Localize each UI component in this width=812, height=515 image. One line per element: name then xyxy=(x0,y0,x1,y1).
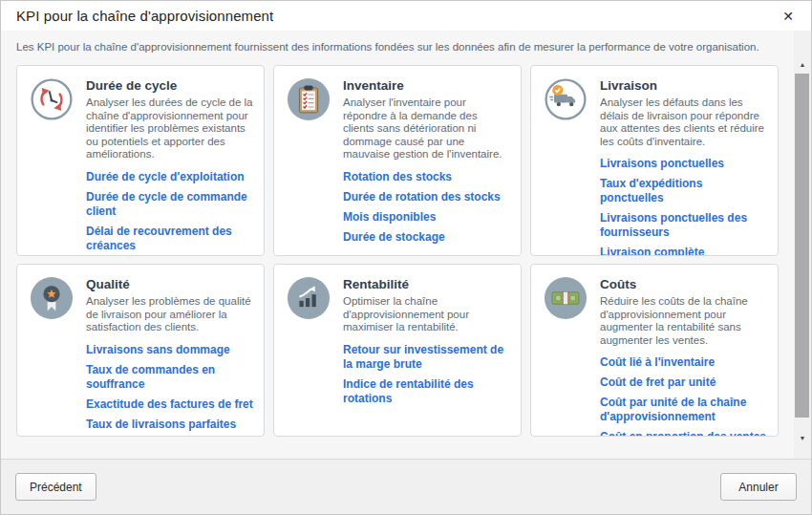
kpi-link[interactable]: Coût de fret par unité xyxy=(600,376,768,390)
cancel-button[interactable]: Annuler xyxy=(720,473,797,501)
card-description: Réduire les coûts de la chaîne d'approvi… xyxy=(600,295,768,347)
content-inner: Les KPI pour la chaîne d'approvisionneme… xyxy=(1,31,794,459)
kpi-card-quality: Qualité Analyser les problèmes de qualit… xyxy=(16,264,265,437)
card-description: Analyser les durées de cycle de la chaîn… xyxy=(86,97,254,161)
kpi-link[interactable]: Délai de recouvrement des créances xyxy=(86,225,254,253)
kpi-card-cycle-time: Durée de cycle Analyser les durées de cy… xyxy=(16,65,265,256)
close-icon[interactable]: ✕ xyxy=(777,8,800,25)
card-title: Livraison xyxy=(600,78,768,93)
card-title: Qualité xyxy=(86,277,254,291)
kpi-link[interactable]: Livraisons sans dommage xyxy=(86,343,254,357)
kpi-card-costs: Coûts Réduire les coûts de la chaîne d'a… xyxy=(530,264,779,437)
card-title: Rentabilité xyxy=(343,277,511,291)
vertical-scrollbar[interactable]: ▲ ▼ xyxy=(794,31,811,459)
card-description: Analyser les problèmes de qualité de liv… xyxy=(86,295,254,334)
kpi-dialog: KPI pour la chaîne d'approvisionnement ✕… xyxy=(0,0,812,515)
card-links: Coût lié à l'inventaire Coût de fret par… xyxy=(600,355,768,437)
quality-icon xyxy=(30,276,74,320)
kpi-card-inventory: Inventaire Analyser l'inventaire pour ré… xyxy=(273,65,522,256)
kpi-link[interactable]: Durée de rotation des stocks xyxy=(343,190,511,204)
costs-icon xyxy=(544,276,588,320)
kpi-link[interactable]: Durée de cycle d'exploitation xyxy=(86,170,254,184)
kpi-link[interactable]: Taux d'expéditions ponctuelles xyxy=(600,177,768,205)
card-links: Rotation des stocks Durée de rotation de… xyxy=(343,170,511,245)
card-title: Coûts xyxy=(600,277,768,291)
dialog-title: KPI pour la chaîne d'approvisionnement xyxy=(16,8,273,24)
scroll-down-icon[interactable]: ▼ xyxy=(794,430,811,446)
cycle-time-icon xyxy=(30,77,74,121)
dialog-content: Les KPI pour la chaîne d'approvisionneme… xyxy=(1,31,811,459)
card-description: Analyser l'inventaire pour répondre à la… xyxy=(343,97,511,161)
kpi-link[interactable]: Taux de livraisons parfaites xyxy=(86,418,254,432)
card-body: Coûts Réduire les coûts de la chaîne d'a… xyxy=(600,276,768,428)
kpi-link[interactable]: Coût en proportion des ventes xyxy=(600,430,768,437)
card-links: Durée de cycle d'exploitation Durée de c… xyxy=(86,170,254,256)
card-description: Analyser les défauts dans les délais de … xyxy=(600,97,768,148)
dialog-header: KPI pour la chaîne d'approvisionnement ✕ xyxy=(1,1,811,31)
kpi-link[interactable]: Coût lié à l'inventaire xyxy=(600,355,768,370)
scroll-up-icon[interactable]: ▲ xyxy=(794,56,811,73)
dialog-subtitle: Les KPI pour la chaîne d'approvisionneme… xyxy=(16,41,779,53)
kpi-link[interactable]: Exactitude des factures de fret xyxy=(86,397,254,412)
kpi-link[interactable]: Retour sur investissement de la marge br… xyxy=(343,343,511,372)
card-title: Durée de cycle xyxy=(86,78,254,93)
kpi-link[interactable]: Indice de rentabilité des rotations xyxy=(343,377,511,406)
kpi-link[interactable]: Rotation des stocks xyxy=(343,170,511,184)
card-title: Inventaire xyxy=(343,78,511,93)
kpi-link[interactable]: Durée de stockage xyxy=(343,230,511,245)
kpi-card-grid: Durée de cycle Analyser les durées de cy… xyxy=(16,65,779,437)
card-body: Durée de cycle Analyser les durées de cy… xyxy=(86,77,254,247)
profitability-icon xyxy=(287,276,331,320)
previous-button[interactable]: Précédent xyxy=(15,473,96,501)
card-body: Livraison Analyser les défauts dans les … xyxy=(600,77,768,247)
kpi-link[interactable]: Livraison complète xyxy=(600,246,768,256)
card-body: Qualité Analyser les problèmes de qualit… xyxy=(86,276,254,428)
card-description: Optimiser la chaîne d'approvisionnement … xyxy=(343,295,511,334)
card-body: Rentabilité Optimiser la chaîne d'approv… xyxy=(343,276,511,428)
card-links: Livraisons ponctuelles Taux d'expédition… xyxy=(600,157,768,256)
kpi-link[interactable]: Livraisons ponctuelles xyxy=(600,157,768,171)
kpi-link[interactable]: Mois disponibles xyxy=(343,210,511,225)
kpi-link[interactable]: Livraisons ponctuelles des fournisseurs xyxy=(600,211,768,240)
inventory-icon xyxy=(287,77,331,121)
dialog-footer: Précédent Annuler xyxy=(1,459,811,514)
delivery-icon xyxy=(544,77,588,121)
card-links: Retour sur investissement de la marge br… xyxy=(343,343,511,406)
kpi-link[interactable]: Coût par unité de la chaîne d'approvisio… xyxy=(600,396,768,424)
scrollbar-thumb[interactable] xyxy=(795,74,809,418)
kpi-card-delivery: Livraison Analyser les défauts dans les … xyxy=(530,65,779,256)
card-body: Inventaire Analyser l'inventaire pour ré… xyxy=(343,77,511,247)
kpi-link[interactable]: Taux de commandes en souffrance xyxy=(86,363,254,392)
card-links: Livraisons sans dommage Taux de commande… xyxy=(86,343,254,432)
kpi-link[interactable]: Durée de cycle de commande client xyxy=(86,190,254,219)
kpi-card-profitability: Rentabilité Optimiser la chaîne d'approv… xyxy=(273,264,522,437)
